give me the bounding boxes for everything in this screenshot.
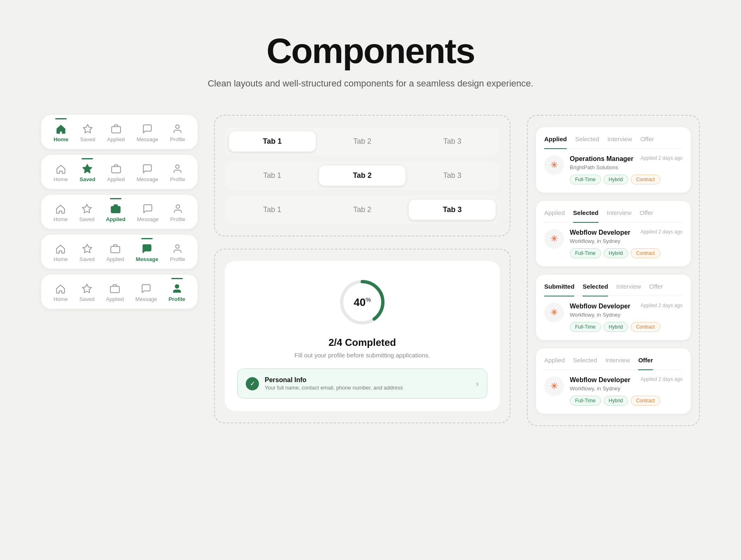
nav-item-saved-1[interactable]: Saved bbox=[80, 123, 96, 142]
nav-card-1: Home Saved Applied bbox=[41, 115, 198, 149]
nav-item-saved-2[interactable]: Saved bbox=[79, 163, 95, 182]
job-company-2: Workflowy, in Sydney bbox=[570, 238, 683, 244]
status-tab-selected-3[interactable]: Selected bbox=[583, 283, 608, 291]
personal-info-item[interactable]: ✓ Personal Info Your full name, contact … bbox=[237, 369, 487, 399]
tab-2-3[interactable]: Tab 3 bbox=[409, 166, 496, 186]
job-section-2: Applied Selected Interview Offer ✳ Webfl… bbox=[536, 201, 691, 266]
nav-item-message-3[interactable]: Message bbox=[137, 203, 159, 222]
nav-item-saved-4[interactable]: Saved bbox=[79, 243, 95, 262]
tab-1-3[interactable]: Tab 3 bbox=[409, 131, 496, 152]
nav-item-message-1[interactable]: Message bbox=[137, 123, 158, 142]
company-icon-1: ✳ bbox=[550, 160, 558, 170]
tab-2-2[interactable]: Tab 2 bbox=[319, 166, 406, 186]
nav-item-home-2[interactable]: Home bbox=[54, 163, 68, 182]
progress-card: 40% 2/4 Completed Fill out your profile … bbox=[225, 261, 500, 411]
status-tab-applied-4[interactable]: Applied bbox=[544, 357, 565, 364]
job-title-2: Webflow Developer bbox=[570, 229, 630, 236]
svg-rect-8 bbox=[110, 287, 119, 293]
tab-1-1[interactable]: Tab 1 bbox=[229, 131, 316, 152]
status-tab-offer-3[interactable]: Offer bbox=[649, 283, 663, 291]
company-icon-4: ✳ bbox=[550, 381, 558, 392]
status-tab-offer-2[interactable]: Offer bbox=[640, 209, 653, 217]
tag-contract-1: Contract bbox=[631, 175, 660, 184]
nav-item-applied-5[interactable]: Applied bbox=[106, 283, 124, 302]
status-tabs-2: Applied Selected Interview Offer bbox=[544, 209, 683, 222]
tab-2-1[interactable]: Tab 1 bbox=[229, 166, 316, 186]
job-card-4: ✳ Webflow Developer Applied 2 days ago W… bbox=[544, 376, 683, 406]
status-tabs-3: Submitted Selected Interview Offer bbox=[544, 283, 683, 296]
right-panel: Applied Selected Interview Offer ✳ Opera… bbox=[527, 115, 700, 426]
tab-3-2[interactable]: Tab 2 bbox=[319, 200, 406, 220]
progress-description: Fill out your profile before submitting … bbox=[237, 352, 487, 359]
nav-item-saved-5[interactable]: Saved bbox=[79, 283, 95, 302]
status-tab-selected-2[interactable]: Selected bbox=[573, 209, 599, 217]
tab-1-2[interactable]: Tab 2 bbox=[319, 131, 406, 152]
tab-3-3[interactable]: Tab 3 bbox=[409, 200, 496, 220]
nav-item-applied-1[interactable]: Applied bbox=[107, 123, 125, 142]
tabs-dashed-card: Tab 1 Tab 2 Tab 3 Tab 1 Tab 2 Tab 3 Tab … bbox=[214, 115, 510, 236]
nav-card-2: Home Saved Applied bbox=[41, 155, 198, 189]
job-info-2: Webflow Developer Applied 2 days ago Wor… bbox=[570, 229, 683, 258]
company-logo-4: ✳ bbox=[544, 376, 564, 396]
status-tab-selected-1[interactable]: Selected bbox=[575, 135, 599, 143]
nav-item-profile-2[interactable]: Profile bbox=[170, 163, 185, 182]
job-time-4: Applied 2 days ago bbox=[641, 376, 683, 382]
nav-item-home-3[interactable]: Home bbox=[54, 203, 68, 222]
status-tab-interview-4[interactable]: Interview bbox=[605, 357, 630, 364]
status-tabs-1: Applied Selected Interview Offer bbox=[544, 135, 683, 149]
nav-card-4: Home Saved Applied bbox=[41, 235, 198, 269]
status-tab-interview-1[interactable]: Interview bbox=[607, 135, 632, 143]
job-info-4: Webflow Developer Applied 2 days ago Wor… bbox=[570, 376, 683, 406]
status-tab-offer-4[interactable]: Offer bbox=[638, 357, 653, 364]
svg-rect-0 bbox=[112, 127, 121, 133]
job-section-1: Applied Selected Interview Offer ✳ Opera… bbox=[536, 127, 691, 193]
job-company-3: Workflowy, in Sydney bbox=[570, 312, 683, 318]
company-logo-1: ✳ bbox=[544, 155, 564, 175]
nav-item-message-5[interactable]: Message bbox=[135, 283, 157, 302]
nav-item-home-4[interactable]: Home bbox=[54, 243, 68, 262]
status-tab-interview-3[interactable]: Interview bbox=[616, 283, 641, 291]
tag-hybrid-3: Hybrid bbox=[604, 322, 629, 332]
middle-panel: Tab 1 Tab 2 Tab 3 Tab 1 Tab 2 Tab 3 Tab … bbox=[214, 115, 510, 423]
job-tags-4: Full-Time Hybrid Contract bbox=[570, 396, 683, 406]
company-logo-3: ✳ bbox=[544, 303, 564, 322]
nav-item-profile-4[interactable]: Profile bbox=[170, 243, 185, 262]
svg-rect-4 bbox=[111, 207, 120, 213]
tag-contract-2: Contract bbox=[631, 248, 660, 258]
status-tab-applied-2[interactable]: Applied bbox=[544, 209, 565, 217]
nav-item-home-1[interactable]: Home bbox=[54, 123, 68, 142]
status-tab-applied-1[interactable]: Applied bbox=[544, 135, 567, 143]
status-tab-offer-1[interactable]: Offer bbox=[640, 135, 654, 143]
job-section-3: Submitted Selected Interview Offer ✳ Web… bbox=[536, 275, 691, 340]
nav-item-applied-3[interactable]: Applied bbox=[106, 203, 126, 222]
personal-info-title: Personal Info bbox=[265, 376, 403, 384]
nav-item-profile-5[interactable]: Profile bbox=[169, 283, 185, 302]
job-card-3: ✳ Webflow Developer Applied 2 days ago W… bbox=[544, 303, 683, 332]
nav-card-3: Home Saved Applied bbox=[41, 195, 198, 229]
tab-row-3: Tab 1 Tab 2 Tab 3 bbox=[225, 196, 500, 224]
job-card-1: ✳ Operations Manager Applied 2 days ago … bbox=[544, 155, 683, 184]
status-tab-submitted-3[interactable]: Submitted bbox=[544, 283, 574, 291]
nav-item-applied-4[interactable]: Applied bbox=[106, 243, 124, 262]
status-tab-interview-2[interactable]: Interview bbox=[607, 209, 631, 217]
tabs-container: Tab 1 Tab 2 Tab 3 Tab 1 Tab 2 Tab 3 Tab … bbox=[225, 127, 500, 224]
tab-3-1[interactable]: Tab 1 bbox=[229, 200, 316, 220]
tag-hybrid-1: Hybrid bbox=[604, 175, 629, 184]
job-time-3: Applied 2 days ago bbox=[641, 303, 683, 308]
job-section-4: Applied Selected Interview Offer ✳ Webfl… bbox=[536, 348, 691, 414]
nav-item-applied-2[interactable]: Applied bbox=[107, 163, 125, 182]
nav-item-home-5[interactable]: Home bbox=[54, 283, 68, 302]
svg-rect-2 bbox=[112, 167, 121, 173]
progress-text: 2/4 Completed Fill out your profile befo… bbox=[237, 337, 487, 359]
nav-item-profile-3[interactable]: Profile bbox=[170, 203, 185, 222]
nav-item-message-2[interactable]: Message bbox=[137, 163, 158, 182]
job-title-1: Operations Manager bbox=[570, 155, 634, 163]
chevron-right-icon: › bbox=[476, 379, 479, 388]
nav-item-profile-1[interactable]: Profile bbox=[170, 123, 185, 142]
nav-item-saved-3[interactable]: Saved bbox=[79, 203, 94, 222]
nav-item-message-4[interactable]: Message bbox=[136, 243, 158, 262]
status-tab-selected-4[interactable]: Selected bbox=[573, 357, 597, 364]
tag-fulltime-2: Full-Time bbox=[570, 248, 601, 258]
job-info-1: Operations Manager Applied 2 days ago Br… bbox=[570, 155, 683, 184]
svg-point-1 bbox=[176, 125, 179, 128]
